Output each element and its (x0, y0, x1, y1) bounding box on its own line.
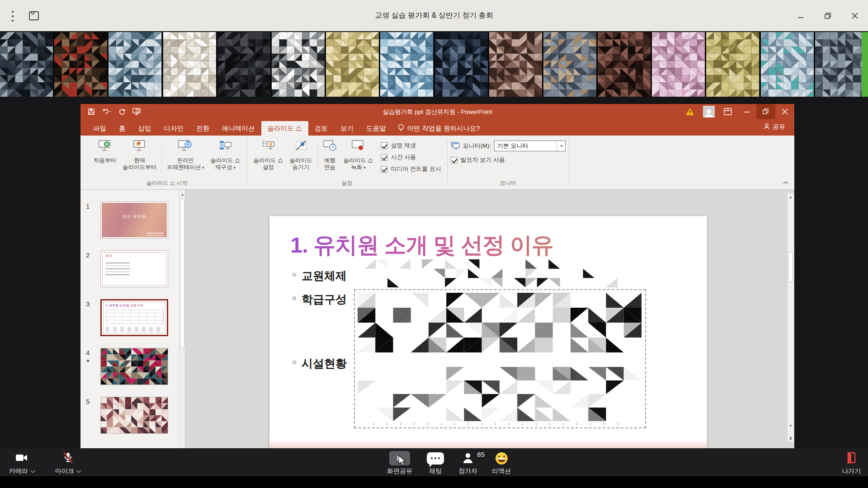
show-media-controls-checkbox[interactable]: 미디어 컨트롤 표시 (381, 165, 441, 173)
scrollbar-thumb[interactable] (788, 252, 793, 282)
ribbon-display-options-icon[interactable] (718, 104, 737, 119)
slide-4-thumbnail[interactable] (100, 348, 168, 385)
group-monitors: 모니터(M): 기본 모니터 발표자 보기 사용 모니터 (451, 138, 566, 189)
tab-design[interactable]: 디자인 (158, 121, 190, 136)
from-beginning-button[interactable]: 처음부터 (90, 138, 119, 165)
minimize-button[interactable] (794, 9, 807, 23)
participant-video-tile[interactable] (326, 32, 379, 97)
scrollbar-thumb[interactable] (180, 199, 184, 348)
tab-insert[interactable]: 삽입 (132, 121, 158, 136)
participant-video-tile[interactable] (543, 32, 596, 97)
group-label: 설정 (250, 178, 444, 189)
rehearse-clock-icon (323, 139, 337, 155)
slide-number: 1 (86, 202, 98, 239)
hide-slide-button[interactable]: 슬라이드 숨기기 (287, 138, 316, 173)
presenter-view-checkbox[interactable]: 발표자 보기 사용 (451, 156, 505, 164)
participant-video-tile[interactable] (598, 32, 651, 97)
present-online-button[interactable]: 온라인 프레젠테이션 (164, 138, 208, 173)
record-slideshow-button[interactable]: 슬라이드 쇼 녹화 (340, 138, 377, 173)
dropdown-caret-icon (557, 141, 565, 151)
bottom-black-strip (0, 476, 868, 488)
participant-video-tile[interactable] (489, 32, 542, 97)
video-tile-green[interactable] (862, 32, 868, 97)
monitor-icon (451, 141, 460, 151)
ppt-close-button[interactable] (775, 104, 794, 119)
share-button[interactable]: 공유 (764, 123, 785, 131)
warning-icon[interactable] (680, 104, 699, 119)
slide-canvas: 1. 유치원 소개 및 선정 이유 교원체제 학급구성 시설현황 ▲ ▼ (185, 190, 794, 448)
scroll-down-icon[interactable]: ▼ (788, 422, 794, 429)
record-icon (351, 139, 365, 155)
group-label: 슬라이드 쇼 시작 (90, 178, 244, 189)
participant-video-tile[interactable] (163, 32, 216, 97)
participant-video-tile[interactable] (108, 32, 161, 97)
leave-button[interactable]: 나가기 (842, 451, 861, 475)
participant-video-tile[interactable] (761, 32, 814, 97)
panel-scrollbar[interactable]: ▲ (179, 190, 185, 448)
scroll-up-icon[interactable]: ▲ (788, 193, 794, 201)
selected-table-placeholder[interactable] (354, 289, 646, 428)
thumbnail-row: 4★ (86, 348, 185, 385)
participant-video-tile[interactable] (272, 32, 325, 97)
participant-video-tile[interactable] (217, 32, 270, 97)
close-button[interactable] (848, 9, 862, 23)
checkbox-checked-icon (381, 142, 387, 149)
lightbulb-icon (398, 124, 404, 133)
leave-door-icon (846, 451, 857, 465)
tab-transitions[interactable]: 전환 (190, 121, 216, 136)
custom-slideshow-button[interactable]: 슬라이드 쇼 재구성 (208, 138, 244, 173)
current-slide[interactable]: 1. 유치원 소개 및 선정 이유 교원체제 학급구성 시설현황 (269, 216, 707, 451)
participant-video-tile[interactable] (435, 32, 488, 97)
slide-2-thumbnail[interactable]: 목차 (100, 250, 168, 287)
monitor-dropdown[interactable]: 기본 모니터 (494, 141, 566, 151)
mic-muted-icon (62, 452, 74, 465)
mic-button-muted[interactable]: 마이크 (55, 451, 80, 475)
tab-view[interactable]: 보기 (334, 121, 360, 136)
table-gridline-hints (373, 423, 627, 425)
slide-3-thumbnail-selected[interactable]: 1. 유치원 소개 및 선정 이유 (100, 299, 168, 336)
slide-5-thumbnail[interactable] (100, 397, 168, 434)
reactions-button[interactable]: 리액션 (492, 451, 511, 475)
ppt-titlebar: 실습평가회 ppt 경산유치원 - PowerPoint (80, 104, 794, 119)
participant-video-tile[interactable] (815, 32, 868, 97)
slide-bullet: 학급구성 (302, 292, 347, 307)
camera-button[interactable]: 카메라 (9, 451, 34, 475)
tab-review[interactable]: 검토 (308, 121, 334, 136)
ppt-restore-button[interactable] (756, 104, 775, 119)
checkbox-checked-icon (381, 166, 387, 173)
ppt-minimize-button[interactable] (737, 104, 756, 119)
slideshow-globe-icon (178, 139, 193, 155)
participant-video-tile[interactable] (0, 32, 53, 97)
setup-slideshow-button[interactable]: 슬라이드 쇼 설정 (250, 138, 287, 173)
account-avatar[interactable] (699, 104, 718, 119)
chat-icon (427, 452, 444, 465)
tell-me-box[interactable]: 어떤 작업을 원하시나요? (392, 121, 486, 136)
rehearse-timings-button[interactable]: 예행 연습 (320, 138, 340, 173)
participant-video-tile[interactable] (706, 32, 759, 97)
from-current-slide-button[interactable]: 현재 슬라이드부터 (119, 138, 160, 173)
chat-button[interactable]: 채팅 (427, 451, 444, 475)
slide-1-thumbnail[interactable]: 경산 유치원 (100, 202, 168, 239)
meeting-toolbar: 카메라 마이크 화면공유 채팅 85 참가자 (0, 448, 868, 476)
tab-slideshow[interactable]: 슬라이드 쇼 (261, 121, 309, 136)
play-narrations-checkbox[interactable]: 설명 재생 (381, 141, 441, 150)
chevron-down-icon[interactable] (31, 469, 35, 473)
tab-animations[interactable]: 애니메이션 (216, 121, 261, 136)
participants-button[interactable]: 85 참가자 (458, 451, 477, 475)
collapse-ribbon-button[interactable] (783, 178, 789, 187)
slide-number: 2 (86, 250, 98, 287)
participant-video-tile[interactable] (380, 32, 433, 97)
scroll-up-icon[interactable]: ▲ (179, 191, 185, 198)
previous-next-slide-buttons[interactable]: ▲▼ (788, 435, 794, 442)
canvas-scrollbar[interactable]: ▲ ▼ ▲▼ (788, 193, 794, 442)
participant-video-tile[interactable] (652, 32, 705, 97)
tab-help[interactable]: 도움말 (360, 121, 392, 136)
censored-text-region (364, 259, 618, 287)
chevron-down-icon[interactable] (77, 469, 81, 473)
use-timings-checkbox[interactable]: 시간 사용 (381, 153, 441, 161)
tab-file[interactable]: 파일 (87, 121, 113, 136)
participant-video-tile[interactable] (54, 32, 107, 97)
group-setup: 슬라이드 쇼 설정 슬라이드 숨기기 예행 연습 슬라이드 쇼 녹화 (250, 138, 444, 189)
tab-home[interactable]: 홈 (113, 121, 132, 136)
restore-button[interactable] (821, 9, 835, 23)
